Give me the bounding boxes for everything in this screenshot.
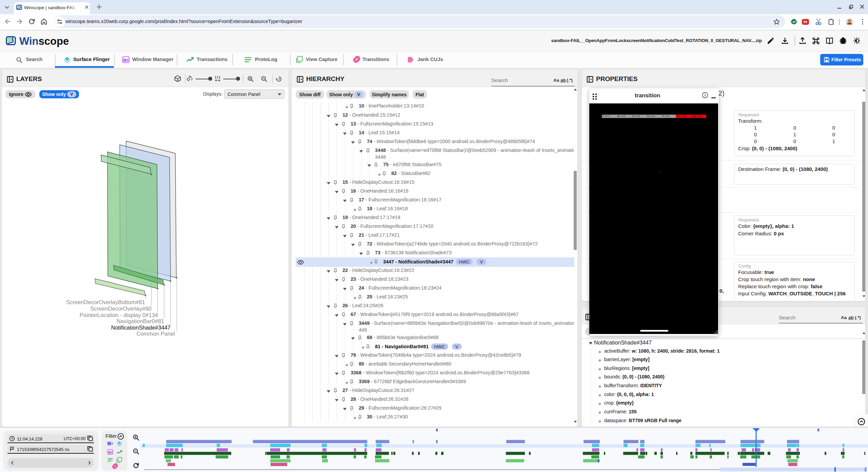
svg-text:Common Panel: Common Panel bbox=[136, 331, 175, 337]
svg-text:NotificationShade#3447: NotificationShade#3447 bbox=[111, 324, 171, 331]
svg-text:PointerLocation - display 0#13: PointerLocation - display 0#134 bbox=[80, 312, 158, 318]
svg-text:ScreenDecorOverlayBottom#61: ScreenDecorOverlayBottom#61 bbox=[66, 299, 145, 305]
svg-text:NavigationBar0#81: NavigationBar0#81 bbox=[117, 318, 164, 324]
svg-text:ScreenDecorOverlay#60: ScreenDecorOverlay#60 bbox=[90, 306, 152, 312]
